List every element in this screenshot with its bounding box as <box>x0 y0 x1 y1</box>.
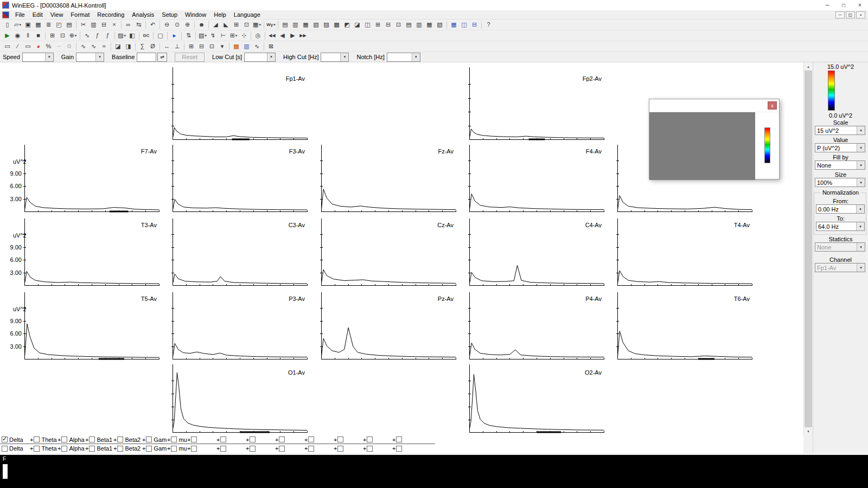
band-checkbox-2-5[interactable] <box>117 446 123 452</box>
last-page-icon[interactable]: ▶▶ <box>298 31 308 41</box>
spike-icon[interactable]: ↯ <box>208 31 218 41</box>
menu-view[interactable]: View <box>47 11 67 18</box>
close-button[interactable]: × <box>852 0 868 10</box>
layout-1-icon[interactable]: ⊞ <box>186 42 196 52</box>
band-checkbox-1-4[interactable] <box>89 436 95 442</box>
band-checkbox-2-12[interactable] <box>308 446 314 452</box>
band-checkbox-2-8[interactable] <box>191 446 197 452</box>
band-checkbox-2-7[interactable] <box>171 446 177 452</box>
menu-recording[interactable]: Recording <box>93 11 128 18</box>
band-checkbox-1-7[interactable] <box>171 436 177 442</box>
topomap-icon-14[interactable]: ▥ <box>414 20 424 30</box>
band-checkbox-1-13[interactable] <box>337 436 343 442</box>
curve-fit-icon[interactable]: ≈ <box>99 42 109 52</box>
chevron-down-icon[interactable]: ▾ <box>267 53 275 61</box>
slope-rise-icon[interactable]: ◢ <box>210 20 221 30</box>
popup-titlebar[interactable]: x <box>649 99 779 112</box>
contrast-icon[interactable]: ◨ <box>123 42 133 52</box>
chevron-down-icon[interactable]: ▾ <box>857 144 865 152</box>
topomap-icon-1[interactable]: ▤ <box>280 20 290 30</box>
band-checkbox-1-12[interactable] <box>308 436 314 442</box>
band-checkbox-2-4[interactable] <box>89 446 95 452</box>
save-icon[interactable]: ▣ <box>23 20 33 30</box>
fill-area-icon[interactable]: ◪ <box>113 42 123 52</box>
menu-format[interactable]: Format <box>67 11 93 18</box>
patient-card-icon[interactable]: ☻ <box>196 20 207 30</box>
topomap-icon-9[interactable]: ◫ <box>362 20 373 30</box>
filter-high-icon[interactable]: ƒ <box>103 31 113 41</box>
map-popup-window[interactable]: x <box>649 99 780 179</box>
chevron-down-icon[interactable]: ▾ <box>857 178 865 187</box>
table-icon[interactable]: ⊞ <box>231 20 241 30</box>
sum-icon[interactable]: ∑ <box>137 42 148 52</box>
prev-page-icon[interactable]: ◀ <box>277 31 288 41</box>
new-file-icon[interactable]: ▯ <box>2 20 12 30</box>
ruler-icon[interactable]: ⊢ <box>218 31 228 41</box>
menu-setup[interactable]: Setup <box>158 11 181 18</box>
titlebar[interactable]: WinEEG - [D0003608 ALH-Kontroll] ─ □ × <box>0 0 868 10</box>
chevron-down-icon[interactable]: ▾ <box>857 264 865 272</box>
band-checkbox-1-10[interactable] <box>250 436 256 442</box>
rect-tool-icon[interactable]: ▭ <box>23 42 33 52</box>
menu-file[interactable]: File <box>11 11 29 18</box>
plot-scrollbar[interactable]: ▲ ▼ <box>803 62 812 435</box>
scroll-down-icon[interactable]: ▼ <box>804 427 813 435</box>
band-checkbox-1-15[interactable] <box>396 436 402 442</box>
topomap-icon-16[interactable]: ▧ <box>435 20 445 30</box>
split-columns-icon[interactable]: ◫ <box>459 20 469 30</box>
caliper-v-icon[interactable]: ⊥ <box>172 42 182 52</box>
band-checkbox-2-10[interactable] <box>250 446 256 452</box>
rgb-wheel-icon[interactable]: ◕ <box>33 42 43 52</box>
chevron-down-icon[interactable]: ▾ <box>857 161 865 169</box>
band-checkbox-2-3[interactable] <box>61 446 67 452</box>
scroll-up-icon[interactable]: ▲ <box>804 62 813 70</box>
chevron-down-icon[interactable]: ▾ <box>857 243 865 251</box>
menu-window[interactable]: Window <box>181 11 210 18</box>
minimize-button[interactable]: ─ <box>819 0 835 10</box>
compare-icon[interactable]: ⇆ <box>133 20 144 30</box>
capture-icon[interactable]: ⊠ <box>266 42 276 52</box>
montage-table-icon[interactable]: ⊡ <box>58 31 68 41</box>
topomap-icon-4[interactable]: ▧ <box>311 20 321 30</box>
print-preview-icon[interactable]: ◰ <box>54 20 64 30</box>
layout-3-icon[interactable]: ⊡ <box>207 42 217 52</box>
chevron-down-icon[interactable]: ▾ <box>340 53 348 61</box>
topomap-icon-6[interactable]: ▩ <box>331 20 342 30</box>
band-checkbox-1-9[interactable] <box>220 436 226 442</box>
highcut-select[interactable]: ▾ <box>321 53 349 62</box>
band-checkbox-2-11[interactable] <box>279 446 285 452</box>
cut-icon[interactable]: ✂ <box>78 20 88 30</box>
lowcut-select[interactable]: ▾ <box>244 53 276 62</box>
montage-select-icon[interactable]: ▦▾ <box>252 20 262 30</box>
normalization-to-select[interactable]: 64.0 Hz ▾ <box>816 222 865 231</box>
maximize-button[interactable]: □ <box>835 0 852 10</box>
curve-smooth-icon[interactable]: ∿ <box>88 42 99 52</box>
value-select[interactable]: P (uV^2) ▾ <box>815 143 865 152</box>
notch-select[interactable]: ▾ <box>387 53 420 62</box>
crosshair-icon[interactable]: ⊹ <box>239 31 249 41</box>
percent-icon[interactable]: % <box>43 42 54 52</box>
band-checkbox-1-5[interactable] <box>117 436 123 442</box>
next-page-icon[interactable]: ▶ <box>288 31 298 41</box>
band-checkbox-1-11[interactable] <box>279 436 285 442</box>
mdi-close-button[interactable]: × <box>856 11 865 18</box>
baseline-field[interactable] <box>137 53 156 62</box>
open-file-icon[interactable]: ▱▾ <box>12 20 23 30</box>
wave-icon[interactable]: ∿ <box>252 42 262 52</box>
scrollbar-thumb[interactable] <box>805 70 812 427</box>
search-icon[interactable]: ∞ <box>123 20 133 30</box>
invert-icon[interactable]: ◧ <box>127 31 137 41</box>
band-checkbox-2-9[interactable] <box>220 446 226 452</box>
chevron-down-icon[interactable]: ▾ <box>95 53 104 61</box>
curve-raw-icon[interactable]: ∿ <box>78 42 88 52</box>
topomap-icon-2[interactable]: ▥ <box>290 20 301 30</box>
channel-select[interactable]: Fp1-Av ▾ <box>815 263 865 272</box>
line-tool-icon[interactable]: ∕ <box>12 42 23 52</box>
gain-select[interactable]: ▾ <box>76 53 104 62</box>
band-checkbox-1-1[interactable] <box>2 436 8 442</box>
colormap-icon[interactable]: ▩ <box>231 42 241 52</box>
band-checkbox-1-2[interactable] <box>34 436 40 442</box>
zoom-reset-icon[interactable]: ⊙ <box>172 20 182 30</box>
slope-fall-icon[interactable]: ◣ <box>221 20 231 30</box>
zoom-out-icon[interactable]: ⊖ <box>162 20 172 30</box>
